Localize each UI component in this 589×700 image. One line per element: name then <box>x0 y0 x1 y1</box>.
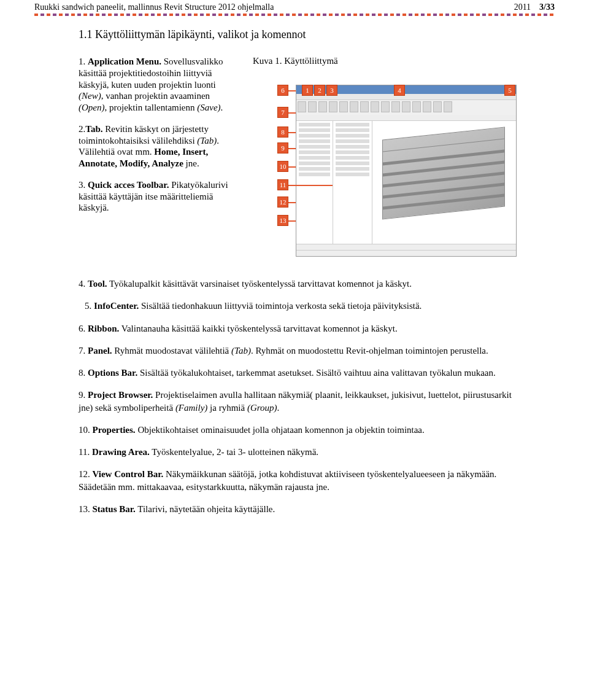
figure-ui-screenshot: 6 1 2 3 4 5 7 8 9 10 11 12 13 <box>253 70 517 260</box>
mock-3d-model <box>382 126 505 219</box>
mock-drawing-area <box>372 121 516 244</box>
callout-11: 11 <box>277 179 288 190</box>
callout-2: 2 <box>314 85 325 96</box>
mock-toolbar <box>296 100 516 115</box>
callout-9: 9 <box>277 142 288 154</box>
callout-3: 3 <box>326 85 337 96</box>
figure-caption: Kuva 1. Käyttöliittymä <box>253 56 528 66</box>
callout-5: 5 <box>504 85 515 96</box>
callout-8: 8 <box>277 126 288 138</box>
header-divider <box>34 14 555 16</box>
callout-13: 13 <box>277 215 288 226</box>
mock-status-bar <box>296 250 516 256</box>
mock-project-browser <box>296 121 333 244</box>
intro-left-column: 1. Application Menu. Sovellusvalikko käs… <box>79 56 238 260</box>
section-heading: 1.1 Käyttöliittymän läpikäynti, valikot … <box>79 28 528 41</box>
header-left: Ruukki sandwich paneelit, mallinnus Revi… <box>34 2 274 12</box>
page-header: Ruukki sandwich paneelit, mallinnus Revi… <box>0 0 589 14</box>
mock-properties-panel <box>333 121 372 244</box>
mock-view-control-bar <box>296 244 516 250</box>
figure-column: Kuva 1. Käyttöliittymä <box>253 56 528 260</box>
callout-4: 4 <box>394 85 405 96</box>
body-paragraphs: 4. Tool. Työkalupalkit käsittävät varsin… <box>79 278 528 515</box>
callout-10: 10 <box>277 161 288 172</box>
header-right: 2011 3/33 <box>514 2 555 12</box>
callout-12: 12 <box>277 196 288 208</box>
callout-6: 6 <box>277 85 288 96</box>
mock-options-bar <box>296 115 516 121</box>
callout-7: 7 <box>277 107 288 118</box>
callout-1: 1 <box>302 85 313 96</box>
